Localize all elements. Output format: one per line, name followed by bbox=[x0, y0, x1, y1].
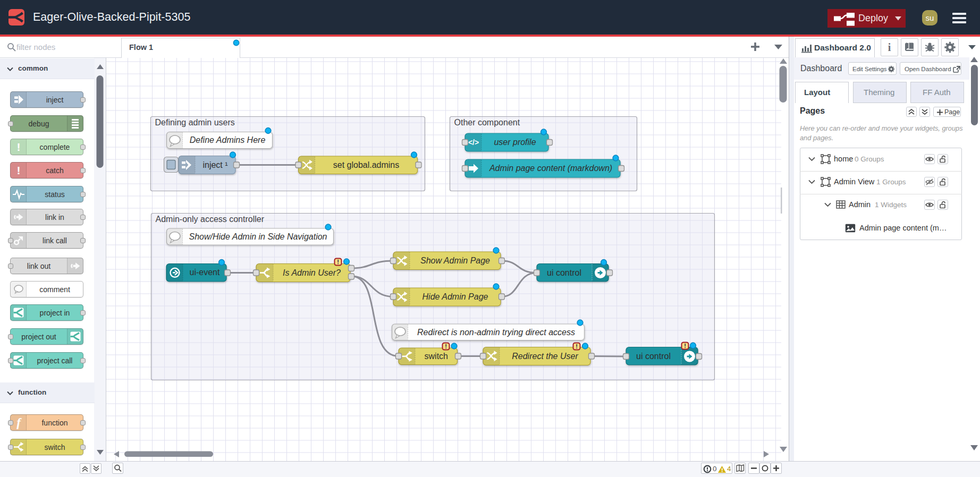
svg-text:Hide Admin Page: Hide Admin Page bbox=[423, 292, 488, 301]
svg-text:ui control: ui control bbox=[636, 352, 671, 361]
svg-text:ui-event: ui-event bbox=[190, 268, 220, 277]
svg-text:</>: </> bbox=[468, 138, 479, 147]
svg-text:!: ! bbox=[445, 343, 447, 350]
svg-text:Admin-only access controller: Admin-only access controller bbox=[156, 215, 265, 224]
svg-text:Other component: Other component bbox=[454, 118, 520, 127]
svg-text:switch: switch bbox=[425, 352, 448, 361]
svg-text:Redirect the User: Redirect the User bbox=[512, 352, 578, 361]
svg-text:!: ! bbox=[576, 343, 578, 350]
svg-text:ui control: ui control bbox=[547, 268, 581, 277]
svg-text:Defining admin users: Defining admin users bbox=[155, 118, 235, 127]
svg-text:user profile: user profile bbox=[494, 138, 536, 147]
svg-text:i: i bbox=[888, 41, 891, 53]
svg-text:!: ! bbox=[337, 259, 339, 265]
svg-text:set global.admins: set global.admins bbox=[333, 160, 400, 169]
svg-text:Redirect is non-admin trying d: Redirect is non-admin trying direct acce… bbox=[417, 328, 575, 337]
svg-text:inject ¹: inject ¹ bbox=[202, 160, 227, 169]
svg-text:Admin page content (markdown): Admin page content (markdown) bbox=[489, 164, 612, 173]
svg-text:Show Admin Page: Show Admin Page bbox=[420, 256, 490, 265]
svg-text:Show/Hide Admin in Side Naviga: Show/Hide Admin in Side Navigation bbox=[189, 232, 327, 241]
svg-text:Is Admin User?: Is Admin User? bbox=[283, 268, 341, 277]
svg-text:!: ! bbox=[684, 343, 686, 349]
svg-text:Define Admins Here: Define Admins Here bbox=[190, 135, 266, 144]
